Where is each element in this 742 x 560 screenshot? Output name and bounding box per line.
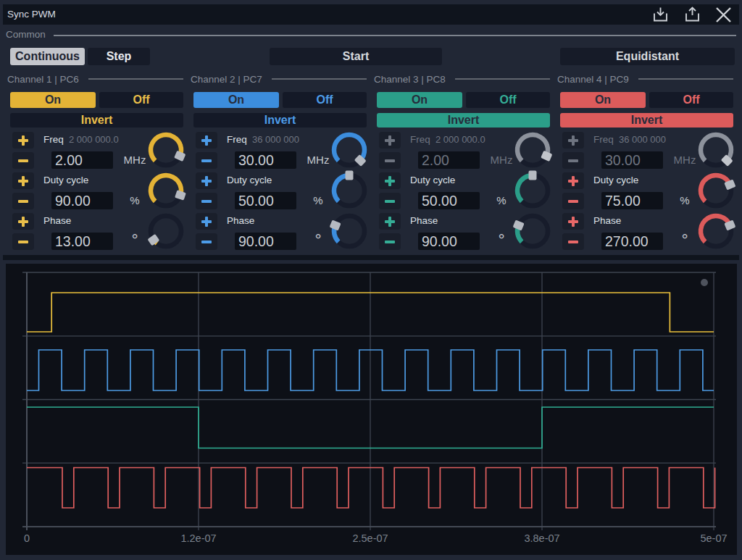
svg-text:2.5e-07: 2.5e-07 [352,532,388,544]
svg-text:1.2e-07: 1.2e-07 [180,532,216,544]
svg-text:3.8e-07: 3.8e-07 [524,532,559,544]
svg-text:5e-07: 5e-07 [700,532,727,544]
svg-text:0: 0 [24,532,30,544]
